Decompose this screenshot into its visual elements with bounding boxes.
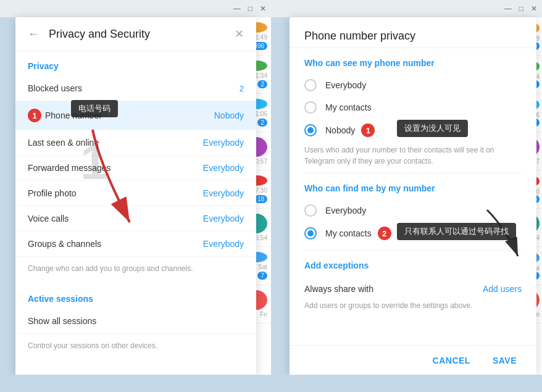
panel-close-button[interactable]: ✕ [235, 27, 244, 41]
annotation-bubble-contacts: 只有联系人可以通过号码寻找 [397, 223, 516, 240]
voice-calls-label: Voice calls [28, 214, 203, 223]
modal-title: Phone number privacy [304, 30, 522, 43]
save-button[interactable]: SAVE [488, 353, 522, 368]
radio-everybody-see[interactable]: Everybody [304, 74, 522, 96]
forwarded-label: Forwarded messages [28, 163, 203, 173]
panel-title: Privacy and Security [49, 28, 235, 41]
close-btn-right[interactable]: ✕ [528, 4, 540, 13]
panel-header: ← Privacy and Security ✕ [15, 17, 256, 51]
radio-circle-contacts-see [304, 101, 317, 114]
minimize-btn-left[interactable]: — [231, 4, 243, 13]
modal-header: Phone number privacy [290, 17, 536, 48]
close-btn-left[interactable]: ✕ [257, 4, 269, 13]
groups-value: Everybody [203, 239, 244, 249]
radio-contacts-find[interactable]: My contacts 2 只有联系人可以通过号码寻找 [304, 222, 522, 245]
left-title-bar: — □ ✕ [0, 0, 271, 17]
who-can-see-info: Users who add your number to their conta… [304, 144, 522, 167]
privacy-hint: Change who can add you to groups and cha… [15, 257, 256, 284]
privacy-section-label: Privacy [15, 51, 256, 76]
menu-item-blocked-users[interactable]: Blocked users 2 [15, 76, 256, 101]
modal-footer: CANCEL SAVE [290, 345, 536, 375]
right-window: — □ ✕ 1:4931:34221:06220:5717:301816:54S… [271, 0, 542, 375]
blocked-users-badge: 2 [240, 84, 244, 93]
annotation-badge-1: 1 [28, 109, 41, 122]
sessions-hint: Control your sessions on other devices. [15, 334, 256, 361]
who-can-see-label: Who can see my phone number [304, 58, 522, 68]
who-can-find-label: Who can find me by my number [304, 183, 522, 193]
privacy-panel: ← Privacy and Security ✕ Privacy Blocked… [15, 17, 256, 375]
radio-contacts-see-label: My contacts [325, 102, 372, 112]
menu-item-groups[interactable]: Groups & channels Everybody [15, 231, 256, 257]
back-button[interactable]: ← [28, 28, 39, 41]
radio-circle-contacts-find [304, 227, 317, 240]
panel-body: Privacy Blocked users 2 1 Phone number 电… [15, 51, 256, 375]
minimize-btn-right[interactable]: — [502, 4, 514, 13]
menu-item-profile-photo[interactable]: Profile photo Everybody [15, 181, 256, 206]
blocked-users-label: Blocked users [28, 83, 235, 93]
radio-nobody-see[interactable]: Nobody 1 设置为没人可见 [304, 119, 522, 142]
modal-body: Who can see my phone number Everybody My… [290, 48, 536, 345]
groups-label: Groups & channels [28, 239, 203, 249]
profile-photo-label: Profile photo [28, 188, 203, 198]
forwarded-value: Everybody [203, 163, 244, 173]
add-exceptions-section: Add exceptions Always share with Add use… [304, 261, 522, 311]
always-share-label: Always share with [304, 284, 373, 294]
last-seen-value: Everybody [203, 138, 244, 148]
radio-everybody-find-label: Everybody [325, 206, 366, 215]
active-sessions-label: Active sessions [15, 284, 256, 309]
always-share-row: Always share with Add users [304, 277, 522, 298]
annotation-bubble-phone: 电话号码 [71, 100, 118, 117]
divider-2 [304, 250, 522, 251]
last-seen-label: Last seen & online [28, 138, 203, 148]
phone-privacy-modal: Phone number privacy Who can see my phon… [290, 17, 536, 375]
add-exceptions-info: Add users or groups to override the sett… [304, 300, 522, 311]
voice-calls-value: Everybody [203, 214, 244, 223]
menu-item-sessions[interactable]: Show all sessions [15, 309, 256, 334]
left-window: — □ ✕ 1:4954961:34221:06220:5717:301816:… [0, 0, 271, 375]
radio-everybody-see-label: Everybody [325, 80, 366, 90]
radio-circle-everybody-see [304, 79, 317, 91]
sessions-label: Show all sessions [28, 316, 244, 326]
divider-1 [304, 173, 522, 173]
radio-circle-nobody-see [304, 124, 317, 136]
profile-photo-value: Everybody [203, 188, 244, 198]
menu-item-last-seen[interactable]: Last seen & online Everybody [15, 130, 256, 156]
menu-item-phone-number[interactable]: 1 Phone number 电话号码 Nobody [15, 101, 256, 130]
add-users-button[interactable]: Add users [483, 284, 522, 294]
add-exceptions-label: Add exceptions [304, 261, 522, 270]
radio-circle-everybody-find [304, 204, 317, 217]
maximize-btn-right[interactable]: □ [517, 4, 526, 13]
menu-item-voice-calls[interactable]: Voice calls Everybody [15, 206, 256, 231]
radio-nobody-see-label: Nobody [325, 125, 355, 135]
right-title-bar: — □ ✕ [271, 0, 542, 17]
phone-number-label: 1 Phone number [28, 109, 214, 122]
annotation-badge-nobody: 1 [361, 123, 375, 137]
radio-everybody-find[interactable]: Everybody [304, 199, 522, 222]
menu-item-forwarded[interactable]: Forwarded messages Everybody [15, 156, 256, 181]
annotation-badge-contacts: 2 [378, 227, 391, 240]
phone-number-value: Nobody [214, 111, 244, 120]
radio-contacts-see[interactable]: My contacts [304, 96, 522, 119]
radio-contacts-find-label: My contacts [325, 228, 372, 238]
cancel-button[interactable]: CANCEL [428, 353, 475, 368]
annotation-bubble-nobody: 设置为没人可见 [397, 120, 468, 137]
maximize-btn-left[interactable]: □ [246, 4, 255, 13]
